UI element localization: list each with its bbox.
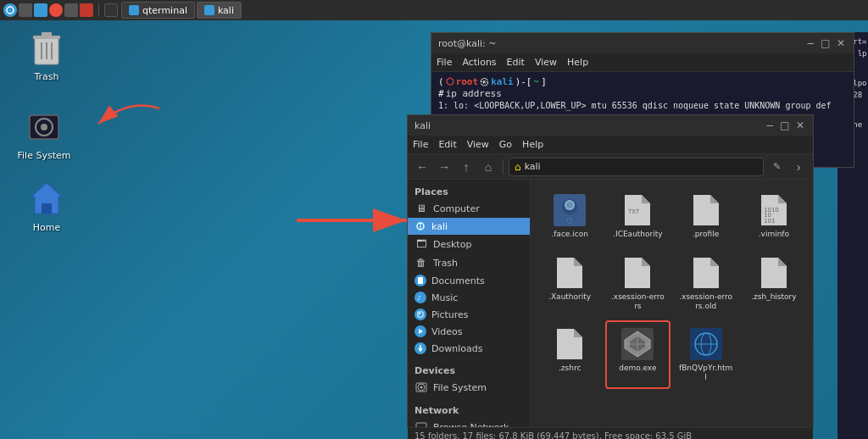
terminal-minimize[interactable]: − [804, 37, 816, 49]
sidebar-item-videos-label: Videos [431, 326, 463, 337]
sidebar-item-trash-label: Trash [433, 258, 458, 269]
fm-next-btn[interactable]: › [789, 158, 808, 176]
fm-home-btn[interactable]: ⌂ [479, 158, 498, 176]
file-item-iceauthority[interactable]: TXT .ICEauthority [605, 186, 670, 246]
fm-menu-go[interactable]: Go [499, 139, 512, 150]
sidebar-places-header: Places [408, 183, 530, 199]
svg-marker-52 [574, 329, 582, 337]
file-item-xsession-errors-old[interactable]: .xsession-errors.old [674, 249, 738, 318]
profile-icon [689, 193, 723, 227]
svg-marker-43 [557, 258, 582, 288]
sidebar-item-computer-label: Computer [433, 203, 480, 214]
sidebar-item-music-label: Music [431, 292, 458, 303]
svg-marker-49 [761, 258, 787, 288]
fm-minimize[interactable]: − [764, 119, 776, 131]
sidebar-item-browse-network[interactable]: Browse Network [408, 418, 530, 427]
taskbar-icon-6[interactable] [104, 3, 118, 17]
sidebar-item-browse-network-label: Browse Network [433, 422, 509, 428]
fm-toolbar: ← → ↑ ⌂ ⌂ kali ✎ › [408, 154, 813, 180]
fm-body: Places 🖥 Computer kali 🗔 Desktop 🗑 [408, 180, 813, 427]
svg-rect-25 [416, 423, 426, 427]
taskbar-icon-5[interactable] [80, 3, 93, 17]
filesystem-sidebar-icon [415, 381, 428, 394]
file-item-demo-exe[interactable]: demo.exe [605, 320, 670, 389]
desktop-icon-trash[interactable]: Trash [13, 27, 81, 82]
fm-menu-file[interactable]: File [413, 139, 428, 150]
xauthority-icon [553, 256, 587, 290]
desktop-icon-home[interactable]: Home [13, 178, 81, 233]
sidebar-item-computer[interactable]: 🖥 Computer [408, 199, 530, 218]
sidebar-item-kali[interactable]: kali [408, 218, 530, 235]
html-icon [689, 327, 723, 361]
taskbar-icon-2[interactable] [34, 3, 47, 17]
svg-text:1010: 1010 [764, 207, 779, 214]
fm-up-btn[interactable]: ↑ [457, 158, 476, 176]
sidebar-item-downloads[interactable]: Downloads [408, 340, 530, 357]
sidebar-item-trash[interactable]: 🗑 Trash [408, 253, 530, 272]
file-item-html[interactable]: fBnQVpYr.html [674, 320, 738, 389]
fm-menu-help[interactable]: Help [522, 139, 543, 150]
terminal-menu-edit[interactable]: Edit [507, 57, 525, 68]
sidebar-network-header: Network [408, 402, 530, 418]
sidebar-item-videos[interactable]: Videos [408, 323, 530, 340]
fm-menu-view[interactable]: View [467, 139, 489, 150]
terminal-menu-actions[interactable]: Actions [462, 57, 496, 68]
terminal-maximize[interactable]: □ [820, 37, 832, 49]
svg-rect-18 [418, 312, 423, 317]
file-item-zshrc[interactable]: .zshrc [537, 320, 602, 389]
terminal-menu-file[interactable]: File [437, 57, 452, 68]
terminal-menu-view[interactable]: View [535, 57, 557, 68]
demo-exe-label: demo.exe [619, 364, 656, 373]
home-desktop-icon [26, 178, 67, 219]
sidebar-item-filesystem[interactable]: File System [408, 378, 530, 397]
taskbar-icon-1[interactable] [19, 3, 32, 17]
face-icon-label: .face.icon [551, 230, 588, 239]
file-item-xauthority[interactable]: .Xauthority [537, 249, 602, 318]
kali-menu-icon[interactable] [3, 3, 17, 17]
iceauthority-icon: TXT [620, 193, 654, 227]
fm-edit-location-btn[interactable]: ✎ [767, 158, 786, 176]
svg-marker-47 [693, 258, 719, 288]
taskbar-qterminal[interactable]: qterminal [121, 2, 195, 19]
file-item-xsession-errors[interactable]: .xsession-errors [605, 249, 670, 318]
taskbar-icon-3[interactable] [49, 3, 63, 17]
fm-maximize[interactable]: □ [779, 119, 791, 131]
taskbar-kali[interactable]: kali [197, 2, 242, 19]
prompt-line-1: ( ⬡ root ㉿ kali )-[ ~ ] [438, 75, 847, 88]
svg-point-19 [419, 313, 420, 314]
downloads-icon [415, 342, 426, 354]
zsh-history-label: .zsh_history [751, 292, 796, 302]
prompt-kali-icon: ⬡ [446, 76, 454, 87]
sidebar-item-documents[interactable]: Documents [408, 272, 530, 289]
taskbar: qterminal kali [0, 0, 868, 20]
sidebar-item-pictures-label: Pictures [431, 309, 469, 320]
toolbar-sep [503, 159, 504, 175]
svg-marker-46 [642, 258, 650, 266]
fm-back-btn[interactable]: ← [413, 158, 431, 176]
taskbar-icon-4[interactable] [64, 3, 78, 17]
iceauthority-label: .ICEauthority [613, 230, 663, 239]
viminfo-label: .viminfo [759, 230, 789, 239]
terminal-close[interactable]: ✕ [835, 37, 847, 49]
sidebar-item-desktop-label: Desktop [433, 239, 471, 250]
sidebar-item-desktop[interactable]: 🗔 Desktop [408, 235, 530, 253]
sidebar-item-music[interactable]: ♪ Music [408, 289, 530, 306]
fm-forward-btn[interactable]: → [435, 158, 453, 176]
filesystem-label: File System [18, 150, 71, 161]
svg-marker-34 [642, 195, 650, 203]
terminal-menu-help[interactable]: Help [567, 57, 588, 68]
svg-point-0 [7, 7, 14, 14]
terminal-titlebar: root@kali: ~ − □ ✕ [431, 33, 854, 53]
file-item-profile[interactable]: .profile [674, 186, 738, 246]
file-item-face-icon[interactable]: ⬡ .face.icon [537, 186, 602, 246]
file-item-viminfo[interactable]: 10 101 1010 .viminfo [742, 186, 806, 246]
sidebar-item-pictures[interactable]: Pictures [408, 306, 530, 323]
fm-menu-edit[interactable]: Edit [438, 139, 456, 150]
fm-close[interactable]: ✕ [794, 119, 806, 131]
sidebar-item-documents-label: Documents [431, 275, 485, 286]
xsession-errors-old-icon [689, 256, 723, 290]
file-item-zsh-history[interactable]: .zsh_history [742, 249, 806, 318]
fm-titlebar: kali − □ ✕ [408, 115, 813, 136]
terminal-controls: − □ ✕ [804, 37, 847, 49]
filemanager-window: kali − □ ✕ File Edit View Go Help ← → ↑ … [407, 114, 814, 428]
